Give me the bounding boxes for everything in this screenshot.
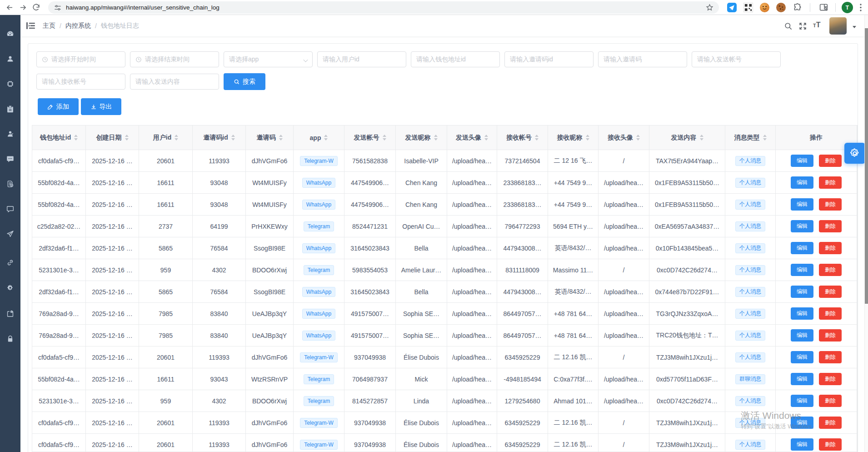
delete-button[interactable]: 删除 — [819, 307, 842, 320]
qr-extension-icon[interactable] — [743, 3, 753, 12]
sidebar-item-user[interactable] — [0, 50, 20, 68]
filter-input[interactable]: 请选择开始时间 — [36, 51, 125, 67]
sort-icon[interactable] — [324, 135, 328, 141]
delete-button[interactable]: 删除 — [819, 438, 842, 451]
delete-button[interactable]: 删除 — [819, 242, 842, 254]
edit-button[interactable]: 编辑 — [791, 242, 813, 254]
sidebar-item-agent[interactable] — [0, 125, 20, 143]
search-button[interactable]: 搜索 — [224, 73, 265, 90]
edit-button[interactable]: 编辑 — [791, 286, 813, 298]
font-size-icon[interactable]: TT — [813, 21, 821, 29]
telegram-extension-icon[interactable] — [727, 3, 737, 12]
sidebar-item-chat-dots[interactable] — [0, 150, 20, 168]
edit-button[interactable]: 编辑 — [791, 351, 813, 363]
puzzle-extension-icon[interactable] — [793, 3, 803, 12]
delete-button[interactable]: 删除 — [819, 264, 842, 276]
column-header[interactable]: 发送头像 — [447, 126, 497, 150]
devtools-window-icon[interactable] — [819, 3, 828, 12]
delete-button[interactable]: 删除 — [819, 286, 842, 298]
caret-down-icon[interactable] — [853, 26, 856, 28]
delete-button[interactable]: 删除 — [819, 395, 842, 407]
column-header[interactable]: app — [294, 126, 344, 150]
sort-icon[interactable] — [434, 135, 438, 141]
user-avatar[interactable] — [829, 17, 847, 35]
column-header[interactable]: 钱包地址id — [32, 126, 86, 150]
sidebar-item-export[interactable] — [0, 305, 20, 323]
browser-profile-avatar[interactable]: T — [842, 2, 853, 13]
sidebar-item-chat[interactable] — [0, 200, 20, 218]
browser-menu-icon[interactable] — [860, 3, 862, 12]
column-header[interactable]: 接收头像 — [599, 126, 649, 150]
delete-button[interactable]: 删除 — [819, 220, 842, 232]
sort-icon[interactable] — [535, 135, 539, 141]
sort-icon[interactable] — [586, 135, 589, 141]
edit-button[interactable]: 编辑 — [791, 329, 813, 342]
reload-icon[interactable] — [32, 3, 40, 12]
delete-button[interactable]: 删除 — [819, 176, 842, 189]
url-bar[interactable]: haiwang.app/miwang#/internal/user_sensit… — [48, 1, 719, 14]
sort-icon[interactable] — [700, 135, 703, 141]
edit-button[interactable]: 编辑 — [791, 395, 813, 407]
delete-button[interactable]: 删除 — [819, 351, 842, 363]
sidebar-item-lock[interactable] — [0, 330, 20, 348]
column-header[interactable]: 发送帐号 — [344, 126, 396, 150]
delete-button[interactable]: 删除 — [819, 417, 842, 429]
sidebar-item-gear[interactable] — [0, 279, 20, 297]
column-header[interactable]: 接收昵称 — [548, 126, 599, 150]
sort-icon[interactable] — [279, 135, 283, 141]
column-header[interactable]: 发送内容 — [649, 126, 725, 150]
settings-fab[interactable] — [844, 143, 865, 164]
site-settings-icon[interactable] — [54, 4, 61, 11]
edit-button[interactable]: 编辑 — [791, 155, 813, 167]
column-header[interactable]: 邀请码id — [193, 126, 246, 150]
emoji-extension-icon[interactable] — [760, 3, 769, 12]
delete-button[interactable]: 删除 — [819, 198, 842, 211]
cookie-extension-icon[interactable] — [776, 3, 786, 12]
column-header[interactable]: 发送昵称 — [396, 126, 447, 150]
sort-icon[interactable] — [231, 135, 235, 141]
sidebar-item-clipboard[interactable] — [0, 100, 20, 118]
column-header[interactable]: 消息类型 — [725, 126, 776, 150]
bookmark-star-icon[interactable] — [706, 4, 713, 11]
delete-button[interactable]: 删除 — [819, 329, 842, 342]
edit-button[interactable]: 编辑 — [791, 307, 813, 320]
url-text[interactable]: haiwang.app/miwang#/internal/user_sensit… — [66, 4, 219, 11]
sidebar-item-dashboard[interactable] — [0, 25, 20, 43]
forward-icon[interactable] — [19, 3, 27, 12]
filter-input[interactable]: 请输入发送内容 — [130, 74, 219, 90]
sort-icon[interactable] — [175, 135, 178, 141]
app-select[interactable]: 请选择app — [224, 51, 313, 67]
breadcrumb-section[interactable]: 内控系统 — [65, 22, 91, 30]
edit-button[interactable]: 编辑 — [791, 220, 813, 232]
breadcrumb-home[interactable]: 主页 — [43, 22, 55, 30]
sort-icon[interactable] — [763, 135, 767, 141]
sort-icon[interactable] — [484, 135, 488, 141]
edit-button[interactable]: 编辑 — [791, 198, 813, 211]
column-header[interactable]: 接收帐号 — [497, 126, 548, 150]
filter-input[interactable]: 请输入邀请码id — [504, 51, 594, 67]
sidebar-item-send[interactable] — [0, 225, 20, 243]
filter-input[interactable]: 请输入发送帐号 — [692, 51, 781, 67]
sort-icon[interactable] — [74, 135, 78, 141]
sidebar-item-chip[interactable] — [0, 75, 20, 93]
edit-button[interactable]: 编辑 — [791, 438, 813, 451]
filter-input[interactable]: 请输入接收帐号 — [36, 74, 125, 90]
scrollbar-thumb[interactable] — [865, 28, 868, 304]
filter-input[interactable]: 请输入用户id — [317, 51, 406, 67]
search-icon[interactable] — [784, 22, 793, 30]
sidebar-item-link[interactable] — [0, 253, 20, 271]
fullscreen-icon[interactable] — [798, 22, 807, 30]
edit-button[interactable]: 编辑 — [791, 373, 813, 385]
column-header[interactable]: 邀请码 — [246, 126, 294, 150]
sort-icon[interactable] — [383, 135, 386, 141]
export-button[interactable]: 导出 — [81, 98, 121, 115]
back-icon[interactable] — [5, 3, 14, 12]
column-header[interactable]: 用户id — [139, 126, 193, 150]
edit-button[interactable]: 编辑 — [791, 264, 813, 276]
sort-icon[interactable] — [125, 135, 129, 141]
delete-button[interactable]: 删除 — [819, 155, 842, 167]
filter-input[interactable]: 请输入邀请码 — [598, 51, 687, 67]
add-button[interactable]: 添加 — [38, 98, 79, 115]
delete-button[interactable]: 删除 — [819, 373, 842, 385]
column-header[interactable]: 创建日期 — [86, 126, 139, 150]
